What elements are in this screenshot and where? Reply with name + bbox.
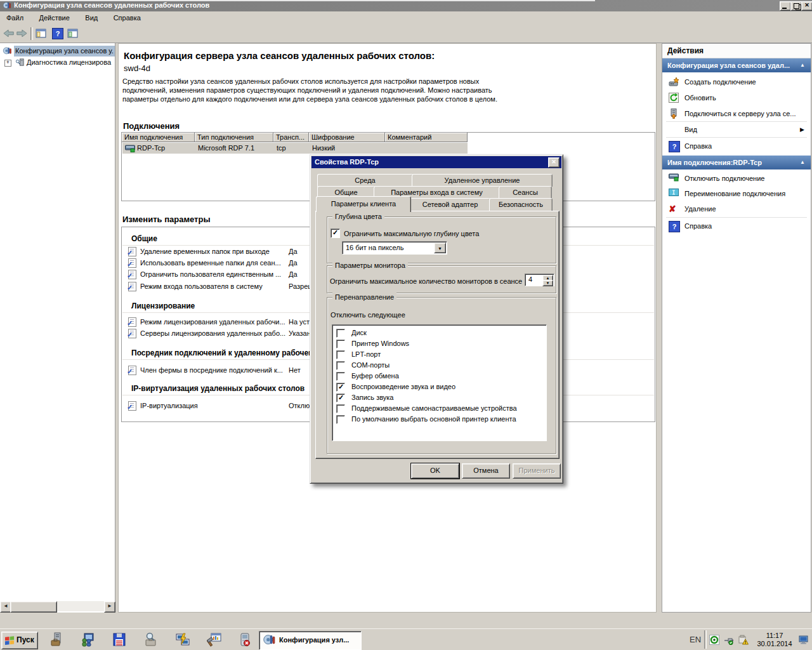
setting-doc-icon: ✓ [128,366,136,375]
list-item[interactable]: Буфер обмена [335,371,544,381]
menu-file[interactable]: Файл [0,11,30,25]
forward-icon[interactable] [16,29,27,37]
tab-client-settings[interactable]: Параметры клиента [316,196,411,212]
checkbox[interactable] [336,361,345,370]
menu-action[interactable]: Действие [33,11,76,25]
list-item[interactable]: Запись звука [335,392,544,403]
action-rename-connection[interactable]: Переименование подключения [662,186,811,202]
remote-desktop-icon[interactable] [175,632,190,647]
action-view[interactable]: Вид ▶ [662,122,811,138]
group-label: Параметры монитора [332,261,408,270]
checkbox[interactable] [336,415,345,424]
action-delete[interactable]: ✘ Удаление [662,201,811,217]
apply-button[interactable]: Применить [513,463,561,479]
actions-section1-header[interactable]: Конфигурация узла сеансов удал...▲ [662,58,811,72]
toolbar: ? [0,25,812,43]
checkbox[interactable] [336,404,345,413]
chevron-down-icon[interactable]: ▼ [434,242,446,253]
list-item[interactable]: Диск [335,328,544,338]
collapse-icon[interactable]: ▲ [800,58,805,72]
server-manager-icon[interactable] [49,632,65,647]
language-indicator[interactable]: EN [686,629,704,650]
cancel-button[interactable]: Отмена [462,463,510,479]
collapse-icon[interactable]: ▲ [800,156,805,169]
tab-remote-control[interactable]: Удаленное управление [412,174,553,187]
column-header-comment[interactable]: Комментарий [385,133,468,142]
monitor-count-stepper[interactable]: 4 ▲ ▼ [525,274,554,286]
action-connect-to-server[interactable]: Подключиться к серверу узла се... [662,106,811,122]
toolbar-separator [30,27,33,40]
task-button-configuration[interactable]: Конфигурация узл... [259,631,362,650]
licensing-search-icon[interactable] [143,632,159,647]
action-create-connection[interactable]: Создать подключение [662,74,811,90]
tree-item-licensing-diagnosis[interactable]: + Диагностика лицензирова [0,57,115,68]
tray-device-warning-icon[interactable] [738,635,749,645]
restore-button[interactable] [790,1,802,11]
spin-down-icon[interactable]: ▼ [542,280,553,286]
table-row[interactable]: RDP-Tcp Microsoft RDP 7.1 tcp Низкий [122,143,468,154]
help-icon: ? [669,221,680,232]
checkbox[interactable] [336,394,345,402]
tray-clock[interactable]: 11:17 30.01.2014 [752,632,797,649]
security-config-icon[interactable] [237,632,252,647]
menu-help[interactable]: Справка [107,11,147,25]
start-button[interactable]: Пуск [1,632,38,649]
checkbox[interactable] [336,350,345,359]
tree-item-label[interactable]: Диагностика лицензирова [27,57,111,68]
tree-item-label[interactable]: Конфигурация узла сеансов у. [14,46,115,56]
backup-icon[interactable] [112,632,127,647]
action-disable-connection[interactable]: Отключить подключение [662,171,811,187]
scrollbar-thumb[interactable] [10,601,57,613]
console-window-icon[interactable] [36,28,46,39]
actions-section2-header[interactable]: Имя подключения:RDP-Tcp▲ [662,156,811,169]
action-refresh[interactable]: Обновить [662,90,811,106]
ad-users-icon[interactable] [80,632,95,647]
close-button[interactable]: ✕ [801,1,812,11]
list-item[interactable]: Воспроизведение звука и видео [335,381,544,392]
column-header-transport[interactable]: Трансп... [273,133,309,142]
list-item[interactable]: Принтер Windows [335,338,544,349]
tab-network-adapter[interactable]: Сетевой адаптер [410,198,490,211]
minimize-button[interactable] [780,1,791,11]
action-help[interactable]: ? Справка [662,138,811,154]
ok-button[interactable]: OK [411,463,459,479]
list-item[interactable]: LPT-порт [335,349,544,360]
taskbar: Пуск Конфигурация узл... EN [0,628,812,650]
cell-encryption: Низкий [312,143,335,154]
tab-sessions[interactable]: Сеансы [499,186,552,199]
admin-tools-icon[interactable] [207,632,222,647]
column-header-encryption[interactable]: Шифрование [309,133,385,142]
color-depth-select[interactable]: 16 бит на пиксель ▼ [342,241,447,255]
column-header-name[interactable]: Имя подключения [122,133,195,142]
tab-environment[interactable]: Среда [317,174,413,187]
tree-item-configuration[interactable]: Конфигурация узла сеансов у. [0,46,115,56]
tree-horizontal-scrollbar[interactable]: ◄ ► [0,601,115,611]
checkbox[interactable] [336,383,345,392]
back-icon[interactable] [3,29,15,37]
show-console-tree-icon[interactable] [67,28,78,39]
help-toolbar-icon[interactable]: ? [52,28,63,39]
list-item[interactable]: Поддерживаемые самонастраиваемые устройс… [335,403,544,414]
tray-kvm-icon[interactable] [709,635,719,645]
actions-separator [666,137,807,138]
limit-color-depth-checkbox[interactable] [331,229,340,238]
dialog-close-icon[interactable]: ✕ [548,157,560,168]
page-title: Конфигурация сервера узла сеансов удален… [124,50,435,61]
column-header-type[interactable]: Тип подключения [195,133,273,142]
redirection-listbox[interactable]: Диск Принтер Windows LPT-порт COM-порты … [332,324,547,441]
checkbox[interactable] [336,372,345,381]
menu-view[interactable]: Вид [79,11,104,25]
settings-title: Изменить параметры [122,215,210,224]
scroll-right-icon[interactable]: ► [104,601,115,613]
tray-usb-icon[interactable] [724,635,734,645]
list-item[interactable]: По умолчанию выбрать основной принтер кл… [335,414,544,425]
list-item[interactable]: COM-порты [335,360,544,371]
checkbox[interactable] [336,340,345,348]
dialog-titlebar[interactable]: Свойства RDP-Tcp ✕ [311,156,561,168]
show-desktop-icon[interactable] [799,635,809,645]
expand-icon[interactable]: + [4,60,11,67]
checkbox[interactable] [336,329,345,338]
action-help[interactable]: ? Справка [662,218,811,234]
tab-security[interactable]: Безопасность [489,198,553,211]
rdp-tcp-properties-dialog: Свойства RDP-Tcp ✕ Среда Удаленное управ… [310,154,563,484]
